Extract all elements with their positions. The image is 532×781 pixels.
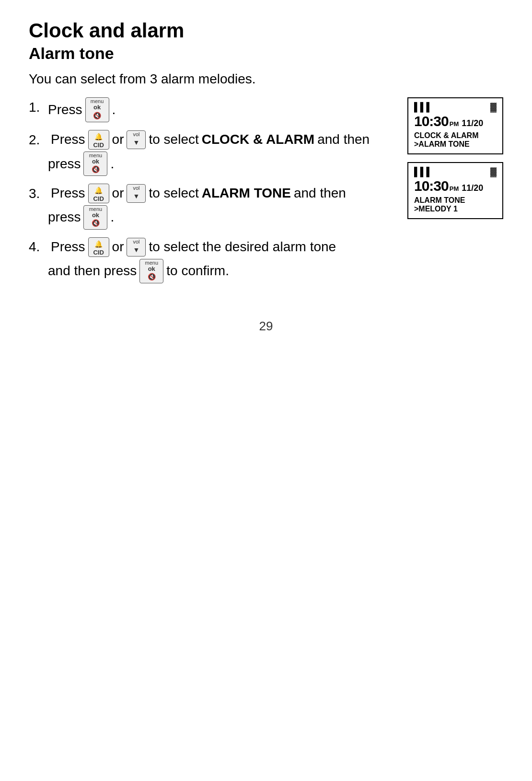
step-2-line2: press menu ok 🔇 . <box>29 152 393 176</box>
lcd-display-2: ▌▌▌ ▓ 10:30 PM 11/20 ALARM TONE >MELODY … <box>407 162 503 219</box>
cid-button-3[interactable]: 🔔 CID <box>88 184 109 203</box>
step-3-menu-name: ALARM TONE <box>202 183 291 204</box>
step-2-press-2: press <box>48 154 81 174</box>
ok-label-2: ok <box>92 158 99 164</box>
step-3-and-then: and then <box>294 183 346 204</box>
lcd-2-time: 10:30 <box>414 178 449 194</box>
lcd-2-line2: >MELODY 1 <box>414 205 497 213</box>
ok-label: ok <box>93 104 101 110</box>
ok-label-4: ok <box>148 266 155 272</box>
step-2-to-select: to select <box>149 129 198 151</box>
steps-list: 1. Press menu ok 🔇 . 2. Press <box>29 97 393 290</box>
step-4-content: Press 🔔 CID or vol ▼ to select the desir… <box>51 236 336 258</box>
step-4-line2: and then press menu ok 🔇 to confirm. <box>29 259 393 283</box>
step-2-and-then: and then <box>317 129 370 151</box>
mute-icon-3: 🔇 <box>92 218 100 228</box>
page-title: Clock and alarm <box>29 19 503 42</box>
lcd-1-battery: ▓ <box>490 102 497 112</box>
vol-down-icon-3: ▼ <box>133 191 140 201</box>
vol-label-4: vol <box>133 239 139 245</box>
vol-label-2: vol <box>133 132 139 137</box>
vol-button-3[interactable]: vol ▼ <box>127 184 146 203</box>
cid-label-3: CID <box>93 196 104 202</box>
step-2-menu-name: CLOCK & ALARM <box>202 129 314 151</box>
mute-icon-4: 🔇 <box>148 272 156 282</box>
cid-up-icon-4: 🔔 <box>94 239 103 249</box>
menu-ok-button-4[interactable]: menu ok 🔇 <box>139 259 163 283</box>
step-2-press: Press <box>51 129 85 151</box>
mute-icon-2: 🔇 <box>92 164 100 175</box>
step-2: 2. Press 🔔 CID or vol ▼ to select <box>29 129 393 176</box>
step-4-press: Press <box>51 236 85 258</box>
step-4-and-then: and then press <box>48 261 137 281</box>
step-3-line2: press menu ok 🔇 . <box>29 205 393 230</box>
step-4-num: 4. <box>29 237 48 257</box>
step-3-or: or <box>112 183 124 204</box>
step-2-content: Press 🔔 CID or vol ▼ to select CLOCK & A… <box>51 129 370 151</box>
vol-down-icon-4: ▼ <box>133 245 140 255</box>
lcd-2-time-row: 10:30 PM 11/20 <box>414 178 497 194</box>
page-number: 29 <box>29 319 503 334</box>
step-3-press-2: press <box>48 207 81 227</box>
ok-label-3: ok <box>92 212 99 218</box>
menu-ok-button-3[interactable]: menu ok 🔇 <box>83 205 107 230</box>
vol-down-icon-2: ▼ <box>133 137 140 148</box>
step-2-period: . <box>110 154 114 174</box>
lcd-1-time: 10:30 <box>414 113 449 129</box>
lcd-displays: ▌▌▌ ▓ 10:30 PM 11/20 CLOCK & ALARM >ALAR… <box>407 97 503 219</box>
section-title: Alarm tone <box>29 44 503 63</box>
vol-button-2[interactable]: vol ▼ <box>127 130 146 149</box>
lcd-1-line1: CLOCK & ALARM <box>414 131 497 140</box>
cid-button-2[interactable]: 🔔 CID <box>88 130 109 150</box>
lcd-1-top-row: ▌▌▌ ▓ <box>414 102 497 112</box>
cid-label-4: CID <box>93 249 104 256</box>
mute-icon: 🔇 <box>93 110 101 121</box>
cid-up-icon-3: 🔔 <box>94 185 103 196</box>
step-1-text-press: Press <box>48 99 82 121</box>
menu-ok-button-2[interactable]: menu ok 🔇 <box>83 152 107 176</box>
step-1-text-period: . <box>112 99 116 121</box>
lcd-1-date: 11/20 <box>462 118 483 128</box>
lcd-1-line2: >ALARM TONE <box>414 140 497 149</box>
step-2-or-1: or <box>112 129 124 151</box>
lcd-1-signal: ▌▌▌ <box>414 102 432 112</box>
menu-ok-button-1[interactable]: menu ok 🔇 <box>85 97 109 122</box>
lcd-2-date: 11/20 <box>462 183 483 193</box>
lcd-2-line1: ALARM TONE <box>414 196 497 205</box>
main-content: 1. Press menu ok 🔇 . 2. Press <box>29 97 503 290</box>
step-2-num: 2. <box>29 130 48 150</box>
step-4-to-select: to select the desired alarm tone <box>149 236 336 258</box>
intro-text: You can select from 3 alarm melodies. <box>29 71 503 87</box>
step-3-period: . <box>110 207 114 227</box>
step-3-content: Press 🔔 CID or vol ▼ to select ALARM TON… <box>51 183 346 204</box>
vol-button-4[interactable]: vol ▼ <box>127 238 146 256</box>
step-3-to-select: to select <box>149 183 198 204</box>
lcd-2-signal: ▌▌▌ <box>414 167 432 177</box>
cid-label-2: CID <box>93 142 104 148</box>
cid-button-4[interactable]: 🔔 CID <box>88 237 109 257</box>
lcd-2-battery: ▓ <box>490 167 497 177</box>
vol-label-3: vol <box>133 186 139 191</box>
lcd-2-top-row: ▌▌▌ ▓ <box>414 167 497 177</box>
cid-up-icon: 🔔 <box>94 131 103 142</box>
step-1-num: 1. <box>29 97 48 117</box>
lcd-display-1: ▌▌▌ ▓ 10:30 PM 11/20 CLOCK & ALARM >ALAR… <box>407 97 503 154</box>
step-4-or: or <box>112 236 124 258</box>
ordered-list: 1. Press menu ok 🔇 . 2. Press <box>29 97 393 283</box>
step-3: 3. Press 🔔 CID or vol ▼ to select <box>29 183 393 230</box>
step-3-num: 3. <box>29 184 48 204</box>
lcd-1-time-row: 10:30 PM 11/20 <box>414 113 497 129</box>
lcd-1-ampm: PM <box>450 120 459 128</box>
lcd-2-ampm: PM <box>450 185 459 192</box>
step-1-content: Press menu ok 🔇 . <box>48 97 393 122</box>
step-3-press: Press <box>51 183 85 204</box>
step-4: 4. Press 🔔 CID or vol ▼ to select the de… <box>29 236 393 283</box>
step-1: 1. Press menu ok 🔇 . <box>29 97 393 122</box>
step-4-confirm: to confirm. <box>166 261 229 281</box>
